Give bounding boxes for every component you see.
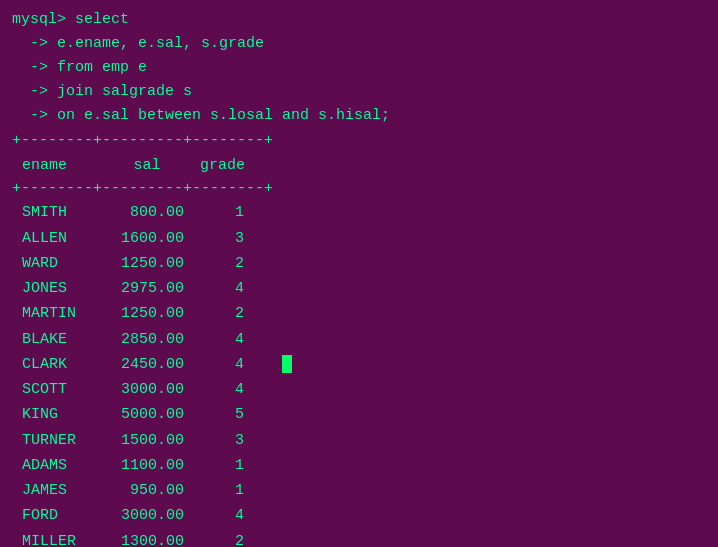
cell-ename: TURNER bbox=[12, 428, 102, 453]
cell-sal: 1300.00 bbox=[102, 529, 192, 548]
header-sal: sal bbox=[102, 153, 192, 178]
table-row: JAMES950.001 bbox=[12, 478, 252, 503]
cell-ename: ADAMS bbox=[12, 453, 102, 478]
table-row: SMITH800.001 bbox=[12, 200, 252, 225]
header-divider: +--------+---------+--------+ bbox=[12, 178, 706, 201]
table-row: ADAMS1100.001 bbox=[12, 453, 252, 478]
table-row: ALLEN1600.003 bbox=[12, 226, 252, 251]
cell-sal: 1500.00 bbox=[102, 428, 192, 453]
cell-sal: 2850.00 bbox=[102, 327, 192, 352]
table-row: JONES2975.004 bbox=[12, 276, 252, 301]
query-line-2: -> e.ename, e.sal, s.grade bbox=[12, 35, 264, 52]
table-row: SCOTT3000.004 bbox=[12, 377, 252, 402]
cell-sal: 5000.00 bbox=[102, 402, 192, 427]
query-line-3: -> from emp e bbox=[12, 59, 147, 76]
cell-ename: ALLEN bbox=[12, 226, 102, 251]
query-line-4: -> join salgrade s bbox=[12, 83, 192, 100]
cell-grade: 4 bbox=[192, 276, 252, 301]
cell-sal: 1600.00 bbox=[102, 226, 192, 251]
cell-ename: CLARK bbox=[12, 352, 102, 377]
cell-sal: 2450.00 bbox=[102, 352, 192, 377]
cell-sal: 1100.00 bbox=[102, 453, 192, 478]
cell-sal: 2975.00 bbox=[102, 276, 192, 301]
cell-grade: 5 bbox=[192, 402, 252, 427]
cell-grade: 1 bbox=[192, 200, 252, 225]
table-row: FORD3000.004 bbox=[12, 503, 252, 528]
table-row: MARTIN1250.002 bbox=[12, 301, 252, 326]
cell-grade: 4 bbox=[192, 352, 252, 377]
cell-grade: 4 bbox=[192, 503, 252, 528]
terminal: mysql> select -> e.ename, e.sal, s.grade… bbox=[12, 8, 706, 547]
cell-ename: WARD bbox=[12, 251, 102, 276]
cell-grade: 3 bbox=[192, 226, 252, 251]
cell-grade: 1 bbox=[192, 478, 252, 503]
cell-sal: 3000.00 bbox=[102, 503, 192, 528]
prompt: mysql> select bbox=[12, 11, 129, 28]
table-row: KING5000.005 bbox=[12, 402, 252, 427]
cell-ename: MILLER bbox=[12, 529, 102, 548]
cell-grade: 2 bbox=[192, 301, 252, 326]
cell-grade: 1 bbox=[192, 453, 252, 478]
cell-grade: 2 bbox=[192, 251, 252, 276]
cell-ename: FORD bbox=[12, 503, 102, 528]
cell-ename: BLAKE bbox=[12, 327, 102, 352]
table-row: TURNER1500.003 bbox=[12, 428, 252, 453]
cell-ename: JAMES bbox=[12, 478, 102, 503]
cell-grade: 2 bbox=[192, 529, 252, 548]
cell-ename: JONES bbox=[12, 276, 102, 301]
header-grade: grade bbox=[192, 153, 253, 178]
cell-sal: 1250.00 bbox=[102, 251, 192, 276]
table-row: CLARK2450.004 bbox=[12, 352, 252, 377]
table-row: MILLER1300.002 bbox=[12, 529, 252, 548]
cell-grade: 4 bbox=[192, 327, 252, 352]
cell-grade: 3 bbox=[192, 428, 252, 453]
query-line-5: -> on e.sal between s.losal and s.hisal; bbox=[12, 107, 390, 124]
top-divider: +--------+---------+--------+ bbox=[12, 130, 706, 153]
cell-grade: 4 bbox=[192, 377, 252, 402]
table-row: WARD1250.002 bbox=[12, 251, 252, 276]
cursor bbox=[282, 355, 292, 373]
cell-ename: SCOTT bbox=[12, 377, 102, 402]
cell-sal: 950.00 bbox=[102, 478, 192, 503]
table-row: BLAKE2850.004 bbox=[12, 327, 252, 352]
table-header-row: ename sal grade bbox=[12, 153, 253, 178]
results-table: ename sal grade bbox=[12, 153, 253, 178]
data-table: SMITH800.001ALLEN1600.003WARD1250.002JON… bbox=[12, 200, 252, 547]
cell-sal: 3000.00 bbox=[102, 377, 192, 402]
cell-ename: KING bbox=[12, 402, 102, 427]
results-table-container: +--------+---------+--------+ ename sal … bbox=[12, 130, 706, 547]
cell-sal: 800.00 bbox=[102, 200, 192, 225]
cell-ename: MARTIN bbox=[12, 301, 102, 326]
header-ename: ename bbox=[12, 153, 102, 178]
sql-query: mysql> select -> e.ename, e.sal, s.grade… bbox=[12, 8, 706, 128]
cell-ename: SMITH bbox=[12, 200, 102, 225]
cell-sal: 1250.00 bbox=[102, 301, 192, 326]
